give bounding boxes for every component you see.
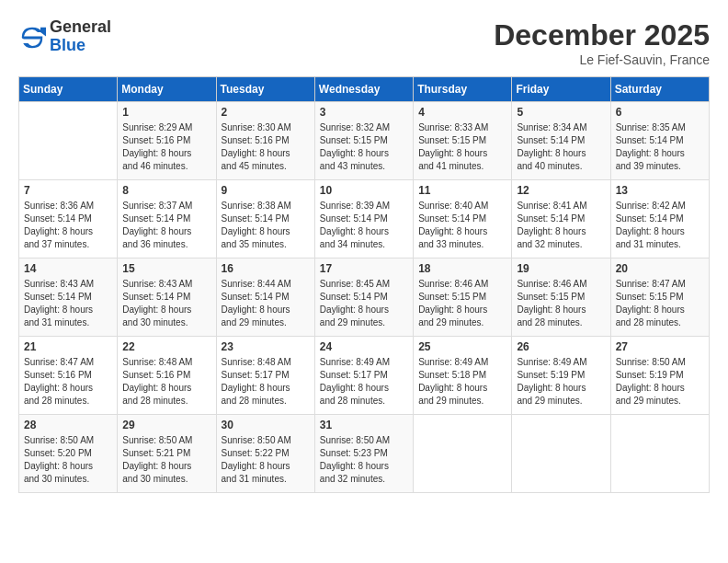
weekday-header-wednesday: Wednesday bbox=[314, 77, 413, 102]
calendar-cell: 12Sunrise: 8:41 AMSunset: 5:14 PMDayligh… bbox=[512, 180, 610, 259]
svg-marker-0 bbox=[40, 28, 46, 37]
day-number: 5 bbox=[517, 106, 605, 119]
day-number: 12 bbox=[517, 184, 605, 197]
day-number: 16 bbox=[222, 262, 310, 275]
calendar-cell bbox=[19, 102, 118, 180]
calendar-cell: 2Sunrise: 8:30 AMSunset: 5:16 PMDaylight… bbox=[216, 102, 314, 180]
day-info: Sunrise: 8:43 AMSunset: 5:14 PMDaylight:… bbox=[24, 278, 112, 329]
day-info: Sunrise: 8:46 AMSunset: 5:15 PMDaylight:… bbox=[517, 278, 605, 329]
day-info: Sunrise: 8:46 AMSunset: 5:15 PMDaylight:… bbox=[418, 278, 506, 329]
weekday-header-friday: Friday bbox=[512, 77, 610, 102]
day-info: Sunrise: 8:36 AMSunset: 5:14 PMDaylight:… bbox=[24, 200, 112, 251]
day-number: 13 bbox=[616, 184, 704, 197]
calendar-cell: 29Sunrise: 8:50 AMSunset: 5:21 PMDayligh… bbox=[118, 415, 216, 493]
day-number: 4 bbox=[418, 106, 506, 119]
day-info: Sunrise: 8:34 AMSunset: 5:14 PMDaylight:… bbox=[517, 121, 605, 173]
calendar-cell: 26Sunrise: 8:49 AMSunset: 5:19 PMDayligh… bbox=[512, 337, 610, 415]
title-block: December 2025 Le Fief-Sauvin, France bbox=[494, 18, 710, 67]
day-info: Sunrise: 8:50 AMSunset: 5:21 PMDaylight:… bbox=[122, 434, 210, 486]
calendar-cell bbox=[414, 415, 512, 493]
calendar-cell: 18Sunrise: 8:46 AMSunset: 5:15 PMDayligh… bbox=[414, 259, 512, 337]
logo-blue-text: Blue bbox=[50, 37, 111, 55]
day-info: Sunrise: 8:50 AMSunset: 5:19 PMDaylight:… bbox=[616, 356, 704, 408]
day-number: 6 bbox=[616, 106, 704, 119]
day-number: 29 bbox=[122, 419, 210, 431]
day-number: 19 bbox=[517, 262, 605, 275]
logo-general-text: General bbox=[50, 18, 111, 37]
day-number: 7 bbox=[24, 184, 112, 197]
day-number: 10 bbox=[320, 184, 408, 197]
calendar-cell: 27Sunrise: 8:50 AMSunset: 5:19 PMDayligh… bbox=[610, 337, 709, 415]
calendar-cell: 13Sunrise: 8:42 AMSunset: 5:14 PMDayligh… bbox=[610, 180, 709, 259]
day-number: 18 bbox=[418, 262, 506, 275]
month-title: December 2025 bbox=[494, 18, 710, 52]
calendar-cell: 31Sunrise: 8:50 AMSunset: 5:23 PMDayligh… bbox=[314, 415, 413, 493]
day-number: 30 bbox=[222, 419, 310, 431]
calendar-cell: 4Sunrise: 8:33 AMSunset: 5:15 PMDaylight… bbox=[414, 102, 512, 180]
day-number: 1 bbox=[122, 106, 210, 119]
day-info: Sunrise: 8:43 AMSunset: 5:14 PMDaylight:… bbox=[122, 278, 210, 329]
calendar-cell: 15Sunrise: 8:43 AMSunset: 5:14 PMDayligh… bbox=[118, 259, 216, 337]
day-info: Sunrise: 8:47 AMSunset: 5:16 PMDaylight:… bbox=[24, 356, 112, 408]
day-number: 23 bbox=[222, 340, 310, 353]
day-info: Sunrise: 8:29 AMSunset: 5:16 PMDaylight:… bbox=[122, 121, 210, 173]
calendar-cell: 17Sunrise: 8:45 AMSunset: 5:14 PMDayligh… bbox=[314, 259, 413, 337]
day-info: Sunrise: 8:40 AMSunset: 5:14 PMDaylight:… bbox=[418, 200, 506, 251]
day-number: 31 bbox=[320, 419, 408, 431]
calendar-cell: 5Sunrise: 8:34 AMSunset: 5:14 PMDaylight… bbox=[512, 102, 610, 180]
day-info: Sunrise: 8:30 AMSunset: 5:16 PMDaylight:… bbox=[222, 121, 310, 173]
day-info: Sunrise: 8:50 AMSunset: 5:22 PMDaylight:… bbox=[222, 434, 310, 486]
day-number: 25 bbox=[418, 340, 506, 353]
day-number: 22 bbox=[122, 340, 210, 353]
calendar-header-row: SundayMondayTuesdayWednesdayThursdayFrid… bbox=[19, 77, 710, 102]
calendar-cell bbox=[512, 415, 610, 493]
day-info: Sunrise: 8:49 AMSunset: 5:17 PMDaylight:… bbox=[320, 356, 408, 408]
day-info: Sunrise: 8:32 AMSunset: 5:15 PMDaylight:… bbox=[320, 121, 408, 173]
day-info: Sunrise: 8:48 AMSunset: 5:17 PMDaylight:… bbox=[222, 356, 310, 408]
day-number: 2 bbox=[222, 106, 310, 119]
day-info: Sunrise: 8:42 AMSunset: 5:14 PMDaylight:… bbox=[616, 200, 704, 251]
calendar-cell: 14Sunrise: 8:43 AMSunset: 5:14 PMDayligh… bbox=[19, 259, 118, 337]
day-info: Sunrise: 8:33 AMSunset: 5:15 PMDaylight:… bbox=[418, 121, 506, 173]
page-header: General Blue December 2025 Le Fief-Sauvi… bbox=[18, 18, 710, 67]
calendar-cell: 10Sunrise: 8:39 AMSunset: 5:14 PMDayligh… bbox=[314, 180, 413, 259]
calendar-cell: 7Sunrise: 8:36 AMSunset: 5:14 PMDaylight… bbox=[19, 180, 118, 259]
calendar-cell: 8Sunrise: 8:37 AMSunset: 5:14 PMDaylight… bbox=[118, 180, 216, 259]
calendar-cell: 20Sunrise: 8:47 AMSunset: 5:15 PMDayligh… bbox=[610, 259, 709, 337]
day-info: Sunrise: 8:50 AMSunset: 5:23 PMDaylight:… bbox=[320, 434, 408, 486]
calendar-cell: 6Sunrise: 8:35 AMSunset: 5:14 PMDaylight… bbox=[610, 102, 709, 180]
day-number: 9 bbox=[222, 184, 310, 197]
calendar-cell: 24Sunrise: 8:49 AMSunset: 5:17 PMDayligh… bbox=[314, 337, 413, 415]
day-number: 8 bbox=[122, 184, 210, 197]
logo: General Blue bbox=[18, 18, 111, 55]
day-info: Sunrise: 8:41 AMSunset: 5:14 PMDaylight:… bbox=[517, 200, 605, 251]
calendar-cell: 19Sunrise: 8:46 AMSunset: 5:15 PMDayligh… bbox=[512, 259, 610, 337]
weekday-header-monday: Monday bbox=[118, 77, 216, 102]
weekday-header-thursday: Thursday bbox=[414, 77, 512, 102]
location-subtitle: Le Fief-Sauvin, France bbox=[494, 52, 710, 67]
calendar-cell: 11Sunrise: 8:40 AMSunset: 5:14 PMDayligh… bbox=[414, 180, 512, 259]
day-info: Sunrise: 8:45 AMSunset: 5:14 PMDaylight:… bbox=[320, 278, 408, 329]
day-number: 14 bbox=[24, 262, 112, 275]
calendar-cell: 28Sunrise: 8:50 AMSunset: 5:20 PMDayligh… bbox=[19, 415, 118, 493]
day-number: 17 bbox=[320, 262, 408, 275]
calendar-week-2: 7Sunrise: 8:36 AMSunset: 5:14 PMDaylight… bbox=[19, 180, 710, 259]
calendar-cell: 1Sunrise: 8:29 AMSunset: 5:16 PMDaylight… bbox=[118, 102, 216, 180]
weekday-header-sunday: Sunday bbox=[19, 77, 118, 102]
day-number: 24 bbox=[320, 340, 408, 353]
calendar-cell: 22Sunrise: 8:48 AMSunset: 5:16 PMDayligh… bbox=[118, 337, 216, 415]
weekday-header-tuesday: Tuesday bbox=[216, 77, 314, 102]
day-info: Sunrise: 8:50 AMSunset: 5:20 PMDaylight:… bbox=[24, 434, 112, 486]
day-number: 28 bbox=[24, 419, 112, 431]
calendar-week-3: 14Sunrise: 8:43 AMSunset: 5:14 PMDayligh… bbox=[19, 259, 710, 337]
day-info: Sunrise: 8:44 AMSunset: 5:14 PMDaylight:… bbox=[222, 278, 310, 329]
day-info: Sunrise: 8:47 AMSunset: 5:15 PMDaylight:… bbox=[616, 278, 704, 329]
logo-text: General Blue bbox=[50, 18, 111, 55]
day-info: Sunrise: 8:48 AMSunset: 5:16 PMDaylight:… bbox=[122, 356, 210, 408]
day-info: Sunrise: 8:39 AMSunset: 5:14 PMDaylight:… bbox=[320, 200, 408, 251]
calendar-cell: 25Sunrise: 8:49 AMSunset: 5:18 PMDayligh… bbox=[414, 337, 512, 415]
day-number: 21 bbox=[24, 340, 112, 353]
calendar-cell bbox=[610, 415, 709, 493]
calendar-cell: 30Sunrise: 8:50 AMSunset: 5:22 PMDayligh… bbox=[216, 415, 314, 493]
logo-icon bbox=[18, 24, 46, 52]
